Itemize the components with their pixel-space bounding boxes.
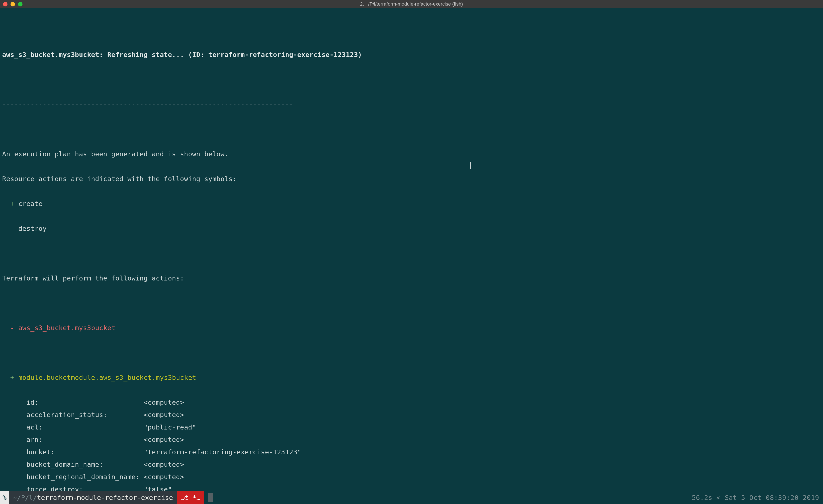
- text-cursor-icon: [470, 162, 471, 169]
- prompt-path-bright: terraform-module-refactor-exercise: [37, 494, 173, 501]
- window-title: 2. ~/P/l/terraform-module-refactor-exerc…: [360, 1, 463, 7]
- plan-intro-2: Resource actions are indicated with the …: [2, 173, 821, 185]
- prompt-path-segment: ~/P/l/terraform-module-refactor-exercise: [9, 491, 177, 504]
- legend-create-word: create: [18, 200, 42, 208]
- prompt-mode-segment: %: [0, 491, 9, 504]
- prompt-git-segment: ⎇ *…: [177, 491, 204, 504]
- attr-row: acceleration_status: <computed>: [2, 409, 821, 421]
- attr-row: bucket: "terraform-refactoring-exercise-…: [2, 446, 821, 458]
- refresh-state-line: aws_s3_bucket.mys3bucket: Refreshing sta…: [2, 51, 362, 58]
- close-icon[interactable]: [3, 2, 7, 6]
- attr-value: <computed>: [144, 473, 184, 481]
- destroy-resource: aws_s3_bucket.mys3bucket: [18, 324, 115, 332]
- attr-key: arn:: [26, 436, 42, 443]
- attr-key: bucket_regional_domain_name:: [26, 473, 140, 481]
- attr-key: id:: [26, 399, 39, 406]
- attr-value: <computed>: [144, 411, 184, 419]
- attr-key: acl:: [26, 423, 42, 431]
- zoom-icon[interactable]: [18, 2, 22, 6]
- prompt-path-dim: ~/P/l/: [13, 494, 37, 501]
- create-resource: module.bucketmodule.aws_s3_bucket.mys3bu…: [18, 373, 196, 381]
- attr-row: arn: <computed>: [2, 433, 821, 446]
- attr-key: acceleration_status:: [26, 411, 107, 419]
- destroy-sym: -: [10, 324, 14, 332]
- legend-destroy-sym: -: [10, 225, 14, 232]
- traffic-lights: [3, 2, 22, 6]
- attr-row: bucket_regional_domain_name: <computed>: [2, 471, 821, 483]
- prompt-cursor-icon[interactable]: [208, 493, 213, 502]
- attr-row: acl: "public-read": [2, 421, 821, 433]
- attr-row: id: <computed>: [2, 396, 821, 409]
- attr-key: bucket:: [26, 448, 55, 456]
- minimize-icon[interactable]: [10, 2, 15, 6]
- hr-top: ----------------------------------------…: [2, 100, 293, 108]
- legend-destroy-word: destroy: [18, 225, 46, 232]
- attr-value: <computed>: [144, 399, 184, 406]
- attr-value: "terraform-refactoring-exercise-123123": [144, 448, 301, 456]
- create-resource-attrs: id: <computed> acceleration_status: <com…: [2, 396, 821, 504]
- attr-value: <computed>: [144, 461, 184, 468]
- shell-prompt-bar: % ~/P/l/terraform-module-refactor-exerci…: [0, 491, 823, 504]
- prompt-right-status: 56.2s < Sat 5 Oct 08:39:20 2019: [692, 494, 823, 501]
- attr-key: bucket_domain_name:: [26, 461, 103, 468]
- window-titlebar: 2. ~/P/l/terraform-module-refactor-exerc…: [0, 0, 823, 8]
- actions-header: Terraform will perform the following act…: [2, 272, 821, 284]
- attr-value: "public-read": [144, 423, 196, 431]
- legend-create-sym: +: [10, 200, 14, 208]
- attr-value: <computed>: [144, 436, 184, 443]
- plan-intro-1: An execution plan has been generated and…: [2, 148, 821, 160]
- terminal[interactable]: aws_s3_bucket.mys3bucket: Refreshing sta…: [0, 8, 823, 491]
- create-sym: +: [10, 373, 14, 381]
- attr-row: bucket_domain_name: <computed>: [2, 458, 821, 471]
